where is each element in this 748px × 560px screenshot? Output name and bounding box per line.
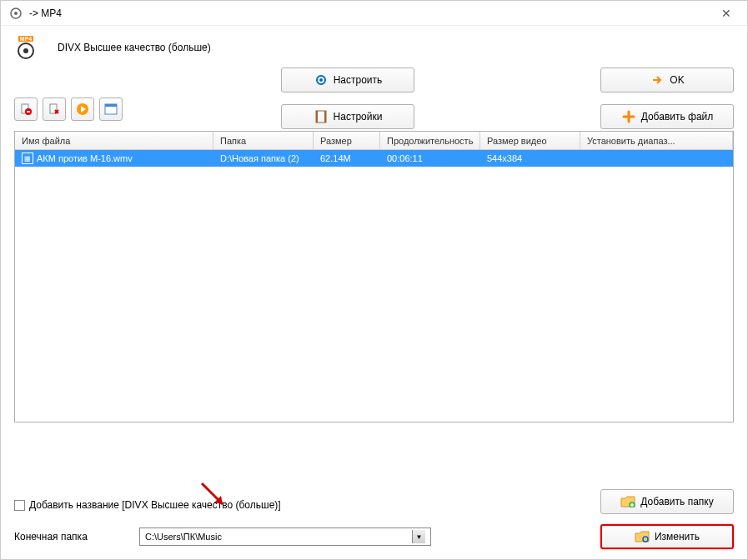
- folder-plus-icon: [620, 494, 635, 509]
- cell-folder: D:\Новая папка (2): [213, 152, 314, 165]
- checkbox-label: Добавить название [DIVX Высшее качество …: [29, 499, 281, 511]
- cell-size: 62.14M: [314, 152, 380, 165]
- add-file-button[interactable]: Добавить файл: [600, 104, 734, 129]
- film-icon: [314, 109, 329, 124]
- header-folder[interactable]: Папка: [213, 132, 314, 149]
- header-filename[interactable]: Имя файла: [15, 132, 213, 149]
- cell-filename: ▦ АКМ против M-16.wmv: [15, 151, 213, 166]
- svg-rect-13: [105, 104, 117, 107]
- svg-rect-5: [316, 111, 318, 122]
- titlebar: -> MP4 ✕: [1, 1, 747, 26]
- clear-button[interactable]: [43, 98, 66, 121]
- arrow-right-icon: [650, 72, 665, 88]
- file-table: Имя файла Папка Размер Продолжительность…: [14, 131, 734, 422]
- cell-videosize: 544x384: [480, 152, 580, 165]
- close-button[interactable]: ✕: [714, 1, 739, 26]
- play-button[interactable]: [71, 98, 94, 121]
- folder-row: Конечная папка C:\Users\ПК\Music ▼ Добав…: [14, 528, 734, 546]
- header-size[interactable]: Размер: [314, 132, 380, 149]
- add-title-checkbox[interactable]: [14, 500, 25, 511]
- settings-label: Настройки: [334, 111, 383, 122]
- ok-button[interactable]: OK: [600, 68, 734, 92]
- remove-button[interactable]: [14, 98, 38, 121]
- svg-point-3: [319, 78, 323, 82]
- configure-button[interactable]: Настроить: [281, 68, 414, 92]
- cell-duration: 00:06:11: [380, 152, 480, 165]
- cell-range: [580, 157, 733, 160]
- svg-point-1: [14, 12, 18, 15]
- header-duration[interactable]: Продолжительность: [380, 132, 480, 149]
- right-button-stack: Добавить папку Изменить: [600, 489, 734, 549]
- dest-folder-dropdown[interactable]: C:\Users\ПК\Music ▼: [139, 528, 431, 546]
- bottom-area: Добавить название [DIVX Высшее качество …: [14, 499, 734, 546]
- header-videosize[interactable]: Размер видео: [480, 132, 580, 149]
- table-header: Имя файла Папка Размер Продолжительность…: [15, 132, 733, 150]
- app-window: -> MP4 ✕ MP4 DIVX Высшее качество (больш…: [0, 0, 748, 560]
- settings-button[interactable]: Настройки: [281, 104, 414, 129]
- top-row: MP4 DIVX Высшее качество (больше): [14, 36, 734, 59]
- add-folder-button[interactable]: Добавить папку: [600, 489, 734, 514]
- quality-label: DIVX Высшее качество (больше): [58, 42, 211, 53]
- video-file-icon: ▦: [22, 152, 33, 164]
- gear-icon: [314, 72, 329, 88]
- properties-button[interactable]: [99, 98, 123, 121]
- content-area: MP4 DIVX Высшее качество (больше) Настро…: [1, 26, 747, 451]
- small-toolbar: [14, 98, 123, 121]
- app-icon: [9, 7, 23, 20]
- svg-rect-9: [27, 111, 30, 112]
- svg-rect-6: [324, 111, 326, 122]
- window-title: -> MP4: [29, 8, 714, 19]
- change-button[interactable]: Изменить: [600, 524, 734, 549]
- configure-label: Настроить: [334, 74, 383, 86]
- plus-icon: [621, 109, 636, 124]
- add-file-label: Добавить файл: [641, 111, 714, 122]
- add-folder-label: Добавить папку: [640, 496, 713, 508]
- table-row[interactable]: ▦ АКМ против M-16.wmv D:\Новая папка (2)…: [15, 150, 733, 167]
- chevron-down-icon: ▼: [412, 530, 425, 543]
- header-range[interactable]: Установить диапаз...: [580, 132, 733, 149]
- format-icon: MP4: [14, 36, 38, 59]
- dest-folder-label: Конечная папка: [14, 531, 139, 542]
- dest-folder-value: C:\Users\ПК\Music: [145, 532, 222, 542]
- change-label: Изменить: [655, 531, 700, 542]
- folder-search-icon: [635, 529, 650, 544]
- ok-label: OK: [670, 74, 684, 86]
